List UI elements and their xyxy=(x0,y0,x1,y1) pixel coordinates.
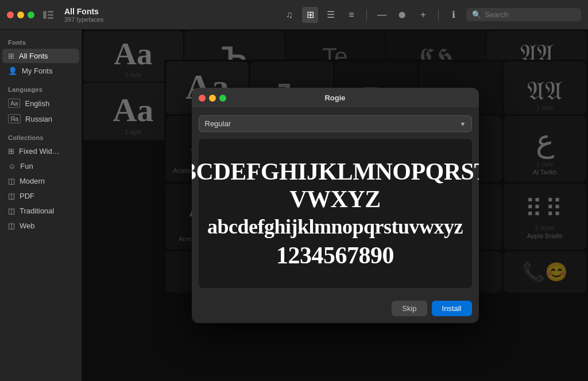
font-preview-lowercase: abcdefghijklmnopqrstuvwxyz xyxy=(207,215,463,239)
info-icon[interactable]: ℹ xyxy=(446,7,462,23)
sidebar-item-traditional[interactable]: ◫ Traditional xyxy=(2,204,79,218)
titlebar: All Fonts 397 typefaces ♫ ⊞ ☰ ≡ — ⬤ + ℹ … xyxy=(0,0,588,30)
font-display-area: ABCDEFGHIJKLMNOPQRSTUVWXYZ abcdefghijklm… xyxy=(199,139,472,288)
view-list-icon[interactable]: ≡ xyxy=(343,7,359,23)
modal-max-button[interactable] xyxy=(219,95,226,102)
search-bar[interactable]: 🔍 xyxy=(466,8,581,21)
all-fonts-icon: ⊞ xyxy=(8,52,14,60)
svg-rect-2 xyxy=(48,14,53,15)
window-title-area: All Fonts 397 typefaces xyxy=(64,7,281,23)
skip-button[interactable]: Skip xyxy=(392,301,427,316)
maximize-button[interactable] xyxy=(28,11,34,18)
languages-section-label: Languages xyxy=(0,83,82,95)
search-icon: 🔍 xyxy=(472,10,481,19)
modal-traffic-lights xyxy=(199,95,226,102)
pdf-icon: ◫ xyxy=(8,192,15,200)
sidebar-item-label: My Fonts xyxy=(22,67,52,75)
sidebar-item-label: Fixed Wid… xyxy=(19,147,60,155)
sidebar-item-label: Russian xyxy=(25,115,52,123)
sidebar-item-russian[interactable]: Яa Russian xyxy=(2,111,79,126)
window-subtitle: 397 typefaces xyxy=(64,16,281,23)
svg-rect-0 xyxy=(43,11,47,19)
fixed-width-icon: ⊞ xyxy=(8,147,14,155)
style-select-container: Regular Bold Italic Bold Italic ▼ xyxy=(199,115,472,132)
toolbar-separator-2 xyxy=(438,9,439,21)
sidebar-toggle-icon[interactable] xyxy=(41,8,55,22)
sidebar-item-all-fonts[interactable]: ⊞ All Fonts xyxy=(2,49,79,63)
collections-section-label: Collections xyxy=(0,131,82,143)
svg-rect-1 xyxy=(48,11,53,13)
view-icon-1[interactable]: ♫ xyxy=(281,7,297,23)
english-icon: Aa xyxy=(8,99,20,108)
my-fonts-icon: 👤 xyxy=(8,67,17,75)
size-slider[interactable]: ⬤ xyxy=(394,7,411,23)
font-preview-numbers: 1234567890 xyxy=(276,242,394,269)
modal-body: Regular Bold Italic Bold Italic ▼ ABCDEF… xyxy=(192,108,479,295)
modern-icon: ◫ xyxy=(8,177,15,185)
sidebar-item-label: Web xyxy=(20,221,35,230)
modal-titlebar: Rogie xyxy=(192,88,479,108)
sidebar-item-my-fonts[interactable]: 👤 My Fonts xyxy=(2,64,79,78)
view-grid-icon[interactable]: ⊞ xyxy=(302,7,318,23)
sidebar-item-label: Traditional xyxy=(20,207,54,215)
fonts-section-label: Fonts xyxy=(0,36,82,48)
content-area: Aa 1 style Ъ Te 𝕮𝕳 𝔄𝔄 1 style Aa 1 style xyxy=(82,30,588,381)
close-button[interactable] xyxy=(7,11,14,18)
sidebar-item-modern[interactable]: ◫ Modern xyxy=(2,174,79,188)
window-title: All Fonts xyxy=(64,7,281,16)
sidebar-item-fixed-width[interactable]: ⊞ Fixed Wid… xyxy=(2,144,79,158)
modal-footer: Skip Install xyxy=(192,295,479,323)
toolbar-icons: ♫ ⊞ ☰ ≡ — ⬤ + ℹ xyxy=(281,7,462,23)
install-button[interactable]: Install xyxy=(432,301,472,316)
view-strip-icon[interactable]: ☰ xyxy=(323,7,339,23)
sidebar-item-fun[interactable]: ☺ Fun xyxy=(2,159,79,173)
modal-close-button[interactable] xyxy=(199,95,206,102)
sidebar-item-label: English xyxy=(25,99,49,108)
minimize-button[interactable] xyxy=(17,11,24,18)
font-install-modal: Rogie Regular Bold Italic Bold Italic xyxy=(192,88,479,323)
modal-overlay[interactable]: Rogie Regular Bold Italic Bold Italic xyxy=(82,30,588,381)
fun-icon: ☺ xyxy=(8,162,16,170)
style-select-wrapper: Regular Bold Italic Bold Italic ▼ xyxy=(199,115,472,132)
sidebar-item-web[interactable]: ◫ Web xyxy=(2,219,79,233)
sidebar-item-label: PDF xyxy=(20,192,34,200)
web-icon: ◫ xyxy=(8,221,15,230)
sidebar-item-pdf[interactable]: ◫ PDF xyxy=(2,189,79,203)
sidebar-item-label: All Fonts xyxy=(19,52,48,60)
traditional-icon: ◫ xyxy=(8,207,15,215)
style-select[interactable]: Regular Bold Italic Bold Italic xyxy=(199,115,472,132)
sidebar-item-english[interactable]: Aa English xyxy=(2,96,79,111)
main-layout: Fonts ⊞ All Fonts 👤 My Fonts Languages A… xyxy=(0,30,588,381)
modal-title: Rogie xyxy=(324,94,345,102)
search-input[interactable] xyxy=(485,10,571,19)
font-preview-uppercase: ABCDEFGHIJKLMNOPQRSTUVWXYZ xyxy=(192,158,479,213)
toolbar-separator-1 xyxy=(366,9,367,21)
size-decrease-icon[interactable]: — xyxy=(374,7,390,23)
traffic-lights xyxy=(7,11,34,18)
sidebar: Fonts ⊞ All Fonts 👤 My Fonts Languages A… xyxy=(0,30,82,381)
svg-rect-3 xyxy=(48,17,53,19)
russian-icon: Яa xyxy=(8,114,21,123)
sidebar-item-label: Fun xyxy=(20,162,33,170)
size-increase-icon[interactable]: + xyxy=(415,7,431,23)
sidebar-item-label: Modern xyxy=(20,177,45,185)
modal-min-button[interactable] xyxy=(209,95,216,102)
